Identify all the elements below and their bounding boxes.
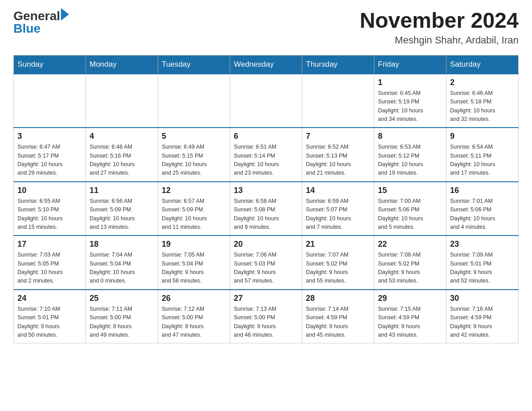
calendar-week-row: 3Sunrise: 6:47 AM Sunset: 5:17 PM Daylig…: [14, 128, 519, 182]
day-info: Sunrise: 7:13 AM Sunset: 5:00 PM Dayligh…: [234, 305, 298, 340]
day-number: 17: [17, 240, 82, 249]
day-info: Sunrise: 7:12 AM Sunset: 5:00 PM Dayligh…: [162, 305, 226, 340]
calendar-cell: 27Sunrise: 7:13 AM Sunset: 5:00 PM Dayli…: [230, 290, 302, 343]
day-info: Sunrise: 7:03 AM Sunset: 5:05 PM Dayligh…: [17, 251, 82, 286]
day-number: 10: [17, 186, 82, 195]
calendar-cell: 16Sunrise: 7:01 AM Sunset: 5:06 PM Dayli…: [446, 182, 519, 236]
day-info: Sunrise: 7:14 AM Sunset: 4:59 PM Dayligh…: [306, 305, 370, 340]
calendar-cell: [158, 74, 230, 128]
calendar-cell: 2Sunrise: 6:46 AM Sunset: 5:18 PM Daylig…: [446, 74, 519, 128]
calendar-cell: 9Sunrise: 6:54 AM Sunset: 5:11 PM Daylig…: [446, 128, 519, 182]
day-info: Sunrise: 6:51 AM Sunset: 5:14 PM Dayligh…: [234, 143, 298, 178]
calendar-cell: 21Sunrise: 7:07 AM Sunset: 5:02 PM Dayli…: [302, 235, 374, 290]
day-number: 28: [306, 294, 370, 303]
calendar-cell: 29Sunrise: 7:15 AM Sunset: 4:59 PM Dayli…: [374, 290, 446, 343]
calendar-header-saturday: Saturday: [446, 55, 519, 74]
day-info: Sunrise: 7:01 AM Sunset: 5:06 PM Dayligh…: [450, 197, 515, 232]
calendar-cell: 10Sunrise: 6:55 AM Sunset: 5:10 PM Dayli…: [14, 182, 86, 236]
day-number: 18: [90, 240, 154, 249]
day-number: 7: [306, 132, 370, 141]
day-number: 19: [162, 240, 226, 249]
location: Meshgin Shahr, Ardabil, Iran: [360, 34, 519, 46]
calendar-week-row: 17Sunrise: 7:03 AM Sunset: 5:05 PM Dayli…: [14, 235, 519, 290]
calendar-cell: 26Sunrise: 7:12 AM Sunset: 5:00 PM Dayli…: [158, 290, 230, 343]
calendar-header-thursday: Thursday: [302, 55, 374, 74]
calendar-cell: 7Sunrise: 6:52 AM Sunset: 5:13 PM Daylig…: [302, 128, 374, 182]
day-info: Sunrise: 6:58 AM Sunset: 5:08 PM Dayligh…: [234, 197, 298, 232]
calendar-cell: 5Sunrise: 6:49 AM Sunset: 5:15 PM Daylig…: [158, 128, 230, 182]
calendar-cell: 30Sunrise: 7:16 AM Sunset: 4:59 PM Dayli…: [446, 290, 519, 343]
calendar-cell: 15Sunrise: 7:00 AM Sunset: 5:06 PM Dayli…: [374, 182, 446, 236]
logo-arrow-icon: [61, 8, 69, 21]
day-number: 3: [17, 132, 82, 141]
calendar-cell: [14, 74, 86, 128]
logo: General Blue: [13, 9, 69, 36]
calendar-cell: 28Sunrise: 7:14 AM Sunset: 4:59 PM Dayli…: [302, 290, 374, 343]
calendar-cell: 23Sunrise: 7:09 AM Sunset: 5:01 PM Dayli…: [446, 235, 519, 290]
calendar-cell: 19Sunrise: 7:05 AM Sunset: 5:04 PM Dayli…: [158, 235, 230, 290]
day-number: 5: [162, 132, 226, 141]
calendar: SundayMondayTuesdayWednesdayThursdayFrid…: [13, 55, 519, 344]
day-number: 21: [306, 240, 370, 249]
calendar-cell: [86, 74, 158, 128]
calendar-cell: [230, 74, 302, 128]
day-number: 13: [234, 186, 298, 195]
calendar-header-sunday: Sunday: [14, 55, 86, 74]
day-info: Sunrise: 7:10 AM Sunset: 5:01 PM Dayligh…: [17, 305, 82, 340]
day-info: Sunrise: 6:56 AM Sunset: 5:09 PM Dayligh…: [90, 197, 154, 232]
calendar-week-row: 10Sunrise: 6:55 AM Sunset: 5:10 PM Dayli…: [14, 182, 519, 236]
day-number: 30: [450, 294, 515, 303]
day-number: 11: [90, 186, 154, 195]
day-info: Sunrise: 7:15 AM Sunset: 4:59 PM Dayligh…: [378, 305, 442, 340]
calendar-header-monday: Monday: [86, 55, 158, 74]
calendar-cell: 25Sunrise: 7:11 AM Sunset: 5:00 PM Dayli…: [86, 290, 158, 343]
day-info: Sunrise: 7:06 AM Sunset: 5:03 PM Dayligh…: [234, 251, 298, 286]
day-number: 26: [162, 294, 226, 303]
calendar-cell: 13Sunrise: 6:58 AM Sunset: 5:08 PM Dayli…: [230, 182, 302, 236]
day-info: Sunrise: 6:59 AM Sunset: 5:07 PM Dayligh…: [306, 197, 370, 232]
day-info: Sunrise: 6:57 AM Sunset: 5:09 PM Dayligh…: [162, 197, 226, 232]
day-number: 4: [90, 132, 154, 141]
calendar-week-row: 1Sunrise: 6:45 AM Sunset: 5:19 PM Daylig…: [14, 74, 519, 128]
calendar-header-wednesday: Wednesday: [230, 55, 302, 74]
calendar-cell: 18Sunrise: 7:04 AM Sunset: 5:04 PM Dayli…: [86, 235, 158, 290]
calendar-cell: 1Sunrise: 6:45 AM Sunset: 5:19 PM Daylig…: [374, 74, 446, 128]
title-block: November 2024 Meshgin Shahr, Ardabil, Ir…: [360, 9, 519, 46]
calendar-cell: 4Sunrise: 6:48 AM Sunset: 5:16 PM Daylig…: [86, 128, 158, 182]
day-number: 8: [378, 132, 442, 141]
calendar-cell: 8Sunrise: 6:53 AM Sunset: 5:12 PM Daylig…: [374, 128, 446, 182]
logo-blue-text: Blue: [13, 21, 41, 36]
day-info: Sunrise: 7:16 AM Sunset: 4:59 PM Dayligh…: [450, 305, 515, 340]
calendar-cell: 3Sunrise: 6:47 AM Sunset: 5:17 PM Daylig…: [14, 128, 86, 182]
calendar-header-row: SundayMondayTuesdayWednesdayThursdayFrid…: [14, 55, 519, 74]
day-info: Sunrise: 7:07 AM Sunset: 5:02 PM Dayligh…: [306, 251, 370, 286]
calendar-cell: 17Sunrise: 7:03 AM Sunset: 5:05 PM Dayli…: [14, 235, 86, 290]
calendar-cell: 11Sunrise: 6:56 AM Sunset: 5:09 PM Dayli…: [86, 182, 158, 236]
day-info: Sunrise: 6:48 AM Sunset: 5:16 PM Dayligh…: [90, 143, 154, 178]
day-info: Sunrise: 7:09 AM Sunset: 5:01 PM Dayligh…: [450, 251, 515, 286]
day-number: 22: [378, 240, 442, 249]
day-info: Sunrise: 6:54 AM Sunset: 5:11 PM Dayligh…: [450, 143, 515, 178]
day-info: Sunrise: 7:00 AM Sunset: 5:06 PM Dayligh…: [378, 197, 442, 232]
calendar-cell: 20Sunrise: 7:06 AM Sunset: 5:03 PM Dayli…: [230, 235, 302, 290]
day-number: 12: [162, 186, 226, 195]
day-number: 20: [234, 240, 298, 249]
calendar-header-friday: Friday: [374, 55, 446, 74]
day-info: Sunrise: 6:47 AM Sunset: 5:17 PM Dayligh…: [17, 143, 82, 178]
day-number: 23: [450, 240, 515, 249]
day-number: 14: [306, 186, 370, 195]
day-number: 6: [234, 132, 298, 141]
day-number: 29: [378, 294, 442, 303]
month-title: November 2024: [360, 9, 519, 33]
day-number: 24: [17, 294, 82, 303]
day-number: 2: [450, 78, 515, 87]
calendar-cell: 12Sunrise: 6:57 AM Sunset: 5:09 PM Dayli…: [158, 182, 230, 236]
day-info: Sunrise: 7:11 AM Sunset: 5:00 PM Dayligh…: [90, 305, 154, 340]
day-number: 16: [450, 186, 515, 195]
calendar-week-row: 24Sunrise: 7:10 AM Sunset: 5:01 PM Dayli…: [14, 290, 519, 343]
day-number: 27: [234, 294, 298, 303]
day-info: Sunrise: 7:08 AM Sunset: 5:02 PM Dayligh…: [378, 251, 442, 286]
day-info: Sunrise: 6:55 AM Sunset: 5:10 PM Dayligh…: [17, 197, 82, 232]
calendar-cell: [302, 74, 374, 128]
day-info: Sunrise: 6:46 AM Sunset: 5:18 PM Dayligh…: [450, 89, 515, 124]
